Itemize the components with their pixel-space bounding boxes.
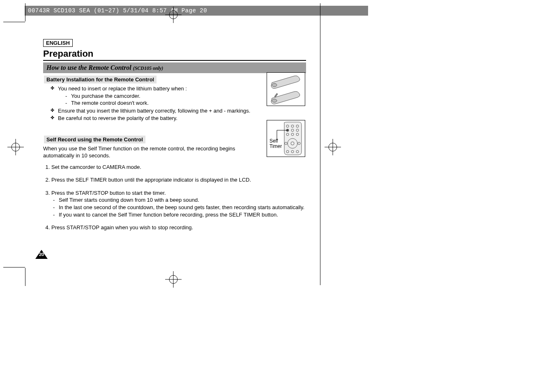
page-number: 20 xyxy=(35,250,48,259)
language-badge: ENGLISH xyxy=(43,39,73,47)
registration-mark-icon xyxy=(325,139,341,155)
crop-mark xyxy=(320,3,320,285)
crop-mark xyxy=(25,268,25,286)
illustration-label: Self Timer xyxy=(269,138,282,149)
section-suffix: (SCD105 only) xyxy=(133,65,164,71)
section-title: How to use the Remote Control xyxy=(46,64,131,71)
svg-point-12 xyxy=(272,83,277,87)
dash-item: In the last one second of the countdown,… xyxy=(53,204,306,211)
illustration-remote-battery xyxy=(267,72,305,106)
crop-mark xyxy=(3,22,25,22)
print-header-strip: 00743R SCD103 SEA (01~27) 5/31/04 8:57 A… xyxy=(25,6,368,16)
self-record-intro: When you use the Self Timer function on … xyxy=(43,145,257,159)
registration-mark-icon xyxy=(7,139,24,155)
illustration-remote-layout: Self Timer xyxy=(267,120,305,157)
section-bar: How to use the Remote Control (SCD105 on… xyxy=(43,62,306,73)
step-item: Press the START/STOP button to start the… xyxy=(51,189,306,218)
bullet-item: Ensure that you insert the lithium batte… xyxy=(51,107,306,115)
dash-item: If you want to cancel the Self Timer fun… xyxy=(53,211,306,219)
bullet-text: You need to insert or replace the lithiu… xyxy=(58,85,187,92)
step-item: Press the SELF TIMER button until the ap… xyxy=(51,176,306,184)
crop-mark xyxy=(3,267,25,267)
step-item: Set the camcorder to CAMERA mode. xyxy=(51,164,306,171)
registration-mark-icon xyxy=(165,7,182,23)
steps-list: Set the camcorder to CAMERA mode. Press … xyxy=(43,164,306,231)
crop-mark xyxy=(25,3,25,21)
dash-item: Self Timer starts counting down from 10 … xyxy=(53,196,306,204)
step-text: Press the START/STOP button to start the… xyxy=(51,190,166,196)
registration-mark-icon xyxy=(165,271,182,288)
chapter-title: Preparation xyxy=(43,48,306,61)
step-item: Press START/STOP again when you wish to … xyxy=(51,224,306,231)
svg-point-13 xyxy=(272,99,277,102)
illus-label-line2: Timer xyxy=(269,144,282,149)
subhead-battery: Battery Installation for the Remote Cont… xyxy=(44,76,157,83)
subhead-self-record: Self Record using the Remote Control xyxy=(44,136,145,143)
page-number-badge: 20 xyxy=(35,250,48,259)
